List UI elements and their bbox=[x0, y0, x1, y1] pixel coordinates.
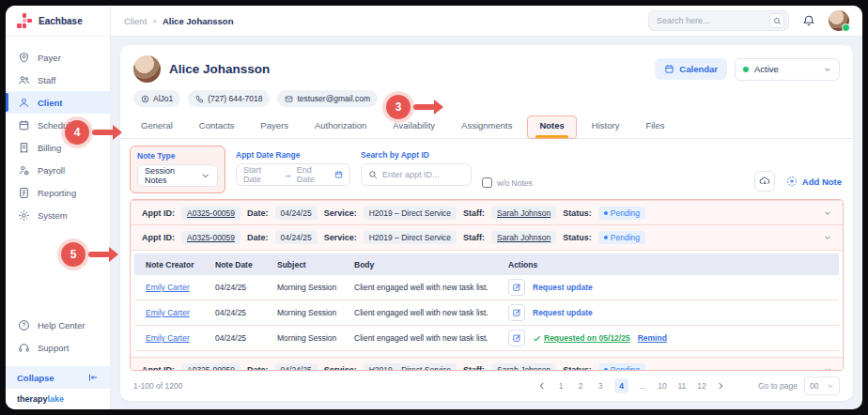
note-type-dropdown[interactable]: Session Notes bbox=[137, 164, 218, 187]
appt-status-label: Status: bbox=[563, 233, 592, 242]
appt-staff-label: Staff: bbox=[463, 208, 485, 218]
appt-id-placeholder: Enter appt ID... bbox=[382, 170, 440, 179]
therapylake-logo: therapylake bbox=[6, 389, 110, 409]
sidebar-item-system[interactable]: System bbox=[6, 204, 110, 226]
wo-notes-label: w/o Notes bbox=[497, 178, 533, 188]
col-subject: Subject bbox=[277, 260, 339, 269]
calendar-button[interactable]: Calendar bbox=[655, 58, 727, 80]
client-code-badge: AlJo1 bbox=[133, 90, 180, 107]
tab-history[interactable]: History bbox=[579, 115, 633, 138]
appt-id-value[interactable]: A0325-00059 bbox=[181, 363, 240, 372]
col-actions: Actions bbox=[508, 260, 839, 269]
export-button[interactable] bbox=[754, 171, 775, 192]
remind-link[interactable]: Remind bbox=[638, 333, 667, 343]
client-name: Alice Johansson bbox=[169, 62, 270, 76]
tab-authorization[interactable]: Authorization bbox=[302, 115, 380, 138]
edit-note-button[interactable] bbox=[508, 304, 525, 321]
appt-staff-value[interactable]: Sarah Johnson bbox=[491, 231, 556, 244]
edit-note-button[interactable] bbox=[508, 279, 525, 296]
client-tabs: General Contacts Payers Authorization Av… bbox=[120, 107, 853, 139]
sidebar-item-label: Billing bbox=[38, 143, 61, 153]
sidebar-item-reporting[interactable]: Reporting bbox=[6, 181, 110, 204]
notes-filters: Note Type Session Notes Appt Date Range … bbox=[120, 139, 853, 199]
note-body: Client engaged well with new task list. bbox=[354, 308, 493, 317]
request-update-link[interactable]: Request update bbox=[533, 308, 593, 317]
note-creator-link[interactable]: Emily Carter bbox=[146, 333, 200, 343]
page-number[interactable]: 11 bbox=[676, 381, 688, 391]
sidebar-item-payroll[interactable]: Payroll bbox=[6, 159, 110, 181]
chevron-down-icon[interactable] bbox=[824, 209, 831, 217]
client-status-value: Active bbox=[754, 64, 779, 74]
tab-general[interactable]: General bbox=[128, 115, 186, 138]
col-note-creator: Note Creator bbox=[146, 260, 200, 269]
breadcrumb-parent[interactable]: Client bbox=[124, 16, 147, 26]
appt-id-label: Appt ID: bbox=[142, 233, 175, 242]
note-date: 04/24/25 bbox=[215, 308, 262, 317]
wo-notes-checkbox[interactable] bbox=[482, 177, 492, 188]
page-number[interactable]: 12 bbox=[696, 381, 707, 391]
next-page-button[interactable] bbox=[716, 381, 725, 391]
request-update-link[interactable]: Request update bbox=[533, 283, 593, 292]
date-range-label: Appt Date Range bbox=[236, 150, 350, 160]
brand-name: Eachbase bbox=[39, 16, 83, 26]
goto-page-select[interactable]: 00 bbox=[804, 377, 840, 395]
appt-id-value[interactable]: A0325-00059 bbox=[181, 207, 240, 220]
page-number[interactable]: 3 bbox=[595, 381, 606, 391]
tab-payers[interactable]: Payers bbox=[247, 115, 302, 138]
page-number-active[interactable]: 4 bbox=[614, 378, 628, 393]
appt-id-search-input[interactable]: Enter appt ID... bbox=[361, 163, 472, 186]
annotation-arrow-4 bbox=[92, 125, 122, 140]
appt-id-value[interactable]: A0325-00059 bbox=[181, 231, 240, 244]
note-creator-link[interactable]: Emily Carter bbox=[146, 308, 200, 317]
sidebar-item-support[interactable]: Support bbox=[6, 336, 110, 359]
chevron-down-icon bbox=[201, 171, 210, 180]
bell-icon[interactable] bbox=[802, 14, 815, 27]
appt-row-collapsed[interactable]: Appt ID: A0325-00059 Date: 04/24/25 Serv… bbox=[131, 200, 843, 225]
tab-availability[interactable]: Availability bbox=[380, 115, 448, 138]
sidebar: Eachbase Payer Staff Client Schedule Bil… bbox=[6, 6, 111, 409]
chevron-left-icon bbox=[537, 381, 547, 391]
appt-staff-value[interactable]: Sarah Johnson bbox=[491, 363, 556, 372]
note-subject: Morning Session bbox=[277, 333, 339, 343]
tab-files[interactable]: Files bbox=[632, 115, 677, 138]
note-row: Emily Carter 04/24/25 Morning Session Cl… bbox=[134, 300, 839, 326]
appt-service-value: H2019 – Direct Service bbox=[364, 363, 457, 372]
appt-date-value: 04/24/25 bbox=[275, 363, 318, 372]
topbar: Client > Alice Johansson bbox=[111, 6, 862, 37]
sidebar-collapse-button[interactable]: Collapse bbox=[6, 366, 110, 389]
add-note-button[interactable]: Add Note bbox=[786, 176, 842, 187]
appt-row-expanded[interactable]: Appt ID: A0325-00059 Date: 04/24/25 Serv… bbox=[131, 225, 843, 251]
appt-row-collapsed[interactable]: Appt ID: A0325-00059 Date: 04/24/25 Serv… bbox=[131, 357, 843, 371]
page-number[interactable]: 10 bbox=[657, 381, 668, 391]
chevron-right-icon bbox=[716, 381, 725, 391]
calendar-icon bbox=[334, 170, 343, 179]
logo-text-accent: lake bbox=[48, 394, 65, 404]
tab-notes[interactable]: Notes bbox=[527, 115, 576, 139]
tab-contacts[interactable]: Contacts bbox=[186, 115, 248, 138]
chevron-down-icon[interactable] bbox=[824, 234, 831, 241]
appt-id-label: Appt ID: bbox=[142, 208, 175, 218]
search-icon bbox=[773, 17, 782, 25]
sidebar-item-label: System bbox=[38, 210, 68, 221]
client-status-dropdown[interactable]: Active bbox=[735, 58, 840, 81]
annotation-step-3: 3 bbox=[386, 95, 411, 119]
sidebar-item-client[interactable]: Client bbox=[6, 91, 110, 114]
prev-page-button[interactable] bbox=[537, 381, 547, 391]
sidebar-item-staff[interactable]: Staff bbox=[6, 69, 110, 91]
client-header: Alice Johansson Calendar Active bbox=[120, 45, 853, 83]
calendar-icon bbox=[18, 119, 30, 131]
requested-status: Requested on 05/12/25 bbox=[533, 333, 630, 343]
date-range-input[interactable]: Start Date → End Date bbox=[236, 163, 350, 186]
user-avatar[interactable] bbox=[829, 10, 849, 31]
edit-note-button[interactable] bbox=[508, 330, 525, 346]
tab-assignments[interactable]: Assignments bbox=[448, 115, 525, 138]
phone-icon bbox=[195, 95, 204, 103]
page-number[interactable]: 1 bbox=[555, 381, 566, 391]
sidebar-item-payer[interactable]: Payer bbox=[6, 46, 110, 69]
search-button[interactable] bbox=[769, 13, 784, 28]
sidebar-item-help-center[interactable]: Help Center bbox=[6, 314, 110, 336]
search-input[interactable] bbox=[657, 16, 769, 25]
page-number[interactable]: 2 bbox=[575, 381, 586, 391]
appt-staff-value[interactable]: Sarah Johnson bbox=[491, 207, 556, 220]
note-creator-link[interactable]: Emily Carter bbox=[146, 283, 200, 292]
